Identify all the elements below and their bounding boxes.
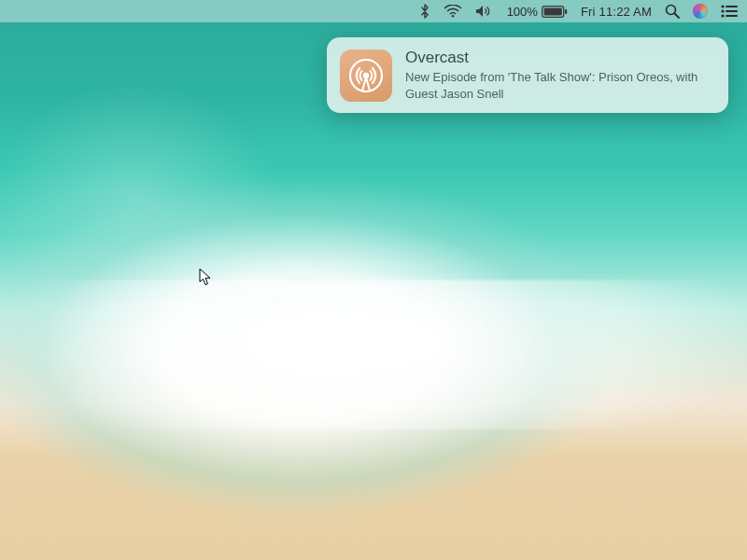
wallpaper-foam-overlay [0,280,747,429]
svg-line-15 [366,77,370,91]
svg-point-0 [451,15,454,18]
notification-banner[interactable]: Overcast New Episode from 'The Talk Show… [327,37,728,113]
svg-point-6 [721,5,724,7]
svg-rect-3 [565,9,567,14]
desktop-wallpaper: 100% Fri 11:22 AM [0,0,747,560]
notification-app-icon [340,49,392,102]
svg-point-8 [721,9,724,12]
notification-text: Overcast New Episode from 'The Talk Show… [405,49,715,102]
svg-rect-7 [726,6,738,7]
svg-line-5 [675,14,680,19]
menu-bar: 100% Fri 11:22 AM [0,0,747,22]
bluetooth-status-icon[interactable] [419,4,430,19]
notification-title: Overcast [405,49,715,67]
notification-body: New Episode from 'The Talk Show': Prison… [405,69,715,102]
mouse-cursor [199,268,212,287]
svg-line-14 [362,77,366,91]
clock-text: Fri 11:22 AM [581,5,652,19]
battery-status[interactable]: 100% [507,5,568,19]
svg-rect-11 [726,15,738,17]
overcast-icon [347,57,385,94]
notification-center-icon[interactable] [721,5,738,18]
volume-status-icon[interactable] [475,5,494,18]
wifi-status-icon[interactable] [444,5,462,18]
svg-point-10 [721,14,724,17]
battery-icon [542,6,568,18]
menu-bar-clock[interactable]: Fri 11:22 AM [581,5,652,19]
svg-rect-9 [726,10,738,12]
svg-rect-2 [543,7,561,15]
spotlight-search-icon[interactable] [665,4,680,19]
battery-percent-label: 100% [507,5,538,19]
siri-icon[interactable] [693,4,708,19]
